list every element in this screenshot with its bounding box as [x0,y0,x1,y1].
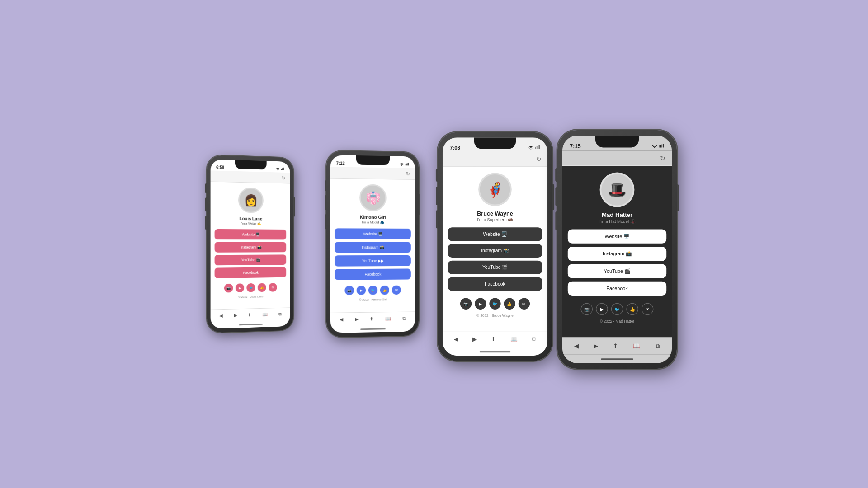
social-icon-2[interactable]: 🐦 [246,283,255,292]
social-icon-1[interactable]: ▶ [596,303,608,315]
phone-3: 7:08 ↻ 🦸 Bruce Wayne [438,132,552,361]
social-icon-1[interactable]: ▶ [475,298,486,310]
status-time: 7:15 [570,143,581,149]
reload-icon[interactable]: ↻ [406,171,410,177]
phone-2: 7:12 ↻ 👘 Kimono Girl [326,151,419,338]
nav-icon-1[interactable]: ▶ [234,313,237,318]
nav-icon-1[interactable]: ▶ [472,336,476,343]
browser-bottom: ◀ ▶ ⬆ 📖 ⧉ [562,337,672,354]
nav-icon-0[interactable]: ◀ [454,336,458,343]
screen-content: 👩 Louis Lane I'm a Writer ✍️ Website 🖥️ … [211,182,290,309]
social-icon-0[interactable]: 📷 [460,298,472,310]
social-icon-3[interactable]: 👍 [626,303,638,315]
nav-icon-3[interactable]: 📖 [385,316,391,321]
svg-rect-13 [660,145,661,148]
user-bio: I'm a Model 🧥 [362,221,384,225]
social-row: 📷 ▶ 🐦 👍 ✉ [581,303,654,315]
reload-icon[interactable]: ↻ [536,155,542,163]
copyright: © 2022 - Louis Lane [238,295,263,298]
nav-icon-0[interactable]: ◀ [574,343,579,350]
browser-bottom: ◀ ▶ ⬆ 📖 ⧉ [330,311,415,326]
link-button-0[interactable]: Website 🖥️ [335,228,411,239]
social-icon-4[interactable]: ✉ [642,303,653,315]
link-button-2[interactable]: YouTube 🎬 [215,254,287,265]
user-name: Mad Hatter [602,211,632,218]
nav-icon-3[interactable]: 📖 [510,336,518,343]
link-button-0[interactable]: Website 🖥️ [448,227,542,241]
phone-screen: 7:12 ↻ 👘 Kimono Girl [330,155,415,333]
nav-icon-4[interactable]: ⧉ [656,343,660,350]
svg-rect-15 [663,144,664,148]
reload-icon[interactable]: ↻ [282,175,285,180]
link-button-1[interactable]: Instagram 📸 [335,242,411,253]
power-button [677,184,679,211]
notch [595,136,639,147]
phone-frame: 6:58 ↻ 👩 Louis Lane [207,155,294,333]
home-indicator [562,355,672,363]
link-button-1[interactable]: Instagram 📸 [215,242,287,253]
social-icon-2[interactable]: 🐦 [611,303,623,315]
status-time: 7:08 [450,145,460,150]
phone-showcase: 6:58 ↻ 👩 Louis Lane [201,145,667,343]
phone-frame: 7:15 ↻ 🎩 Mad Hatter [557,130,677,369]
social-icon-0[interactable]: 📷 [581,303,593,315]
copyright: © 2022 - Kimono Girl [359,298,387,301]
svg-rect-5 [406,164,407,166]
social-icon-1[interactable]: ▶ [357,286,366,295]
social-icon-0[interactable]: 📷 [345,286,354,295]
svg-rect-6 [407,163,408,165]
link-button-1[interactable]: Instagram 📸 [568,247,666,261]
nav-icon-0[interactable]: ◀ [219,313,222,319]
link-button-2[interactable]: YouTube ▶▶ [335,255,411,267]
avatar-emoji: 👘 [366,191,380,205]
nav-icon-2[interactable]: ⬆ [613,343,618,350]
link-button-3[interactable]: Facebook [215,267,287,278]
nav-icon-2[interactable]: ⬆ [370,316,373,322]
social-icon-4[interactable]: ✉ [392,286,401,295]
link-button-1[interactable]: Instagram 📸 [448,244,542,258]
social-icon-4[interactable]: ✉ [519,298,530,310]
social-icon-3[interactable]: 👍 [380,286,389,295]
power-button [552,184,555,211]
link-button-3[interactable]: Facebook [335,268,411,280]
home-bar [360,328,386,330]
social-icon-1[interactable]: ▶ [236,283,244,292]
social-icon-3[interactable]: 👍 [258,283,266,292]
svg-rect-14 [661,145,662,148]
nav-icon-2[interactable]: ⬆ [248,312,251,318]
link-button-2[interactable]: YouTube 🎬 [568,264,666,278]
user-name: Bruce Wayne [477,210,513,216]
nav-icon-2[interactable]: ⬆ [491,336,495,343]
browser-bar: ↻ [443,152,547,166]
notch [235,160,267,170]
nav-icon-4[interactable]: ⧉ [403,316,406,321]
phone-screen: 6:58 ↻ 👩 Louis Lane [211,159,290,328]
nav-icon-4[interactable]: ⧉ [532,336,536,343]
social-icon-0[interactable]: 📷 [224,284,233,293]
power-button [419,194,420,215]
reload-icon[interactable]: ↻ [660,154,665,162]
nav-icon-0[interactable]: ◀ [340,317,343,322]
link-button-3[interactable]: Facebook [448,277,542,291]
nav-icon-1[interactable]: ▶ [594,343,598,350]
volume-up-button [325,195,326,210]
social-icon-2[interactable]: 🐦 [368,286,377,295]
social-icon-3[interactable]: 👍 [504,298,515,310]
svg-rect-9 [537,146,537,149]
social-icon-2[interactable]: 🐦 [489,298,500,310]
nav-icon-3[interactable]: 📖 [262,312,268,317]
link-button-0[interactable]: Website 🖥️ [568,230,666,244]
user-name: Louis Lane [240,216,263,221]
volume-down-button [555,211,557,230]
link-button-0[interactable]: Website 🖥️ [215,229,287,239]
social-icon-4[interactable]: ✉ [269,283,277,292]
mute-button [205,183,207,193]
link-button-3[interactable]: Facebook [568,282,666,296]
nav-icon-1[interactable]: ▶ [355,316,358,322]
home-indicator [330,325,415,333]
nav-icon-3[interactable]: 📖 [633,343,641,350]
link-button-2[interactable]: YouTube 🎬 [448,261,542,274]
nav-icon-4[interactable]: ⧉ [278,312,282,317]
phone-screen: 7:15 ↻ 🎩 Mad Hatter [562,136,672,363]
copyright: © 2022 - Mad Hatter [600,319,634,323]
